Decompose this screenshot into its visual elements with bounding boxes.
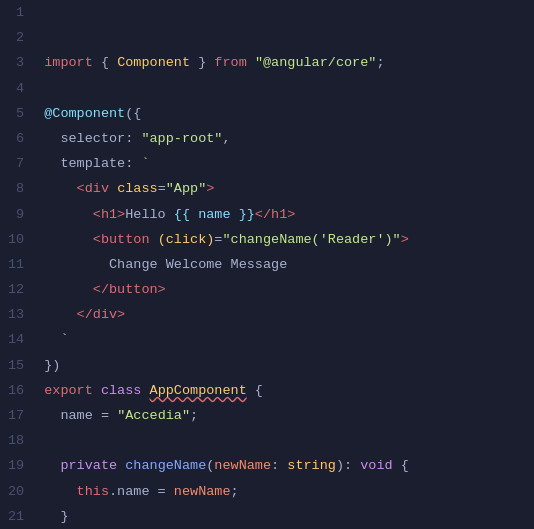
token-plain <box>247 50 255 75</box>
token-plain: : <box>125 126 141 151</box>
token-kw-purple: void <box>360 453 392 478</box>
line-number: 10 <box>8 227 24 252</box>
token-plain: ): <box>336 453 360 478</box>
token-plain: .name = <box>109 479 174 504</box>
token-kw-import: from <box>214 50 246 75</box>
token-html-val: "App" <box>166 176 207 201</box>
line-number: 16 <box>8 378 24 403</box>
line-number: 2 <box>8 25 24 50</box>
line-number: 3 <box>8 50 24 75</box>
code-line: name = "Accedia"; <box>44 403 526 428</box>
token-plain <box>109 176 117 201</box>
line-number: 15 <box>8 353 24 378</box>
token-plain <box>93 378 101 403</box>
code-line: <h1>Hello {{ name }}</h1> <box>44 202 526 227</box>
line-number: 18 <box>8 428 24 453</box>
token-string: ` <box>60 327 68 352</box>
token-this-kw: this <box>77 479 109 504</box>
token-plain: = <box>93 403 117 428</box>
line-number: 21 <box>8 504 24 529</box>
code-line: selector: "app-root", <box>44 126 526 151</box>
token-decorator: @Component <box>44 101 125 126</box>
token-plain: ; <box>231 479 239 504</box>
code-line: <div class="App"> <box>44 176 526 201</box>
token-html-attr: (click) <box>158 227 215 252</box>
token-plain: , <box>222 126 230 151</box>
token-plain: } <box>44 504 68 529</box>
token-html-tag: </h1> <box>255 202 296 227</box>
code-content: import { Component } from "@angular/core… <box>36 0 534 529</box>
token-html-tag: <button <box>93 227 150 252</box>
line-number: 11 <box>8 252 24 277</box>
token-html-tag: > <box>206 176 214 201</box>
token-plain: = <box>214 227 222 252</box>
token-component-name: Component <box>117 50 190 75</box>
code-line: export class AppComponent { <box>44 378 526 403</box>
line-number: 12 <box>8 277 24 302</box>
line-number: 19 <box>8 453 24 478</box>
token-plain <box>141 378 149 403</box>
token-plain <box>44 479 76 504</box>
line-number: 1 <box>8 0 24 25</box>
token-plain: { <box>93 50 117 75</box>
token-plain: name <box>44 403 93 428</box>
token-plain <box>44 202 93 227</box>
token-type: string <box>287 453 336 478</box>
token-string: "@angular/core" <box>255 50 377 75</box>
line-number: 6 <box>8 126 24 151</box>
token-plain: ; <box>376 50 384 75</box>
line-number: 17 <box>8 403 24 428</box>
token-plain: Change Welcome Message <box>44 252 287 277</box>
token-html-tag: > <box>401 227 409 252</box>
line-number: 7 <box>8 151 24 176</box>
token-plain <box>44 176 76 201</box>
code-line <box>44 76 526 101</box>
token-string: "app-root" <box>141 126 222 151</box>
line-number: 8 <box>8 176 24 201</box>
line-number: 20 <box>8 479 24 504</box>
token-kw-purple: class <box>101 378 142 403</box>
token-kw-import: import <box>44 50 93 75</box>
code-editor: 123456789101112131415161718192021 import… <box>0 0 534 529</box>
code-line: </div> <box>44 302 526 327</box>
token-kw-import: export <box>44 378 93 403</box>
token-plain <box>44 227 93 252</box>
token-plain <box>44 302 76 327</box>
token-method: changeName <box>125 453 206 478</box>
code-line: @Component({ <box>44 101 526 126</box>
token-plain: { <box>393 453 409 478</box>
token-html-tag: <h1> <box>93 202 125 227</box>
line-numbers: 123456789101112131415161718192021 <box>0 0 36 529</box>
token-string: "Accedia" <box>117 403 190 428</box>
code-line <box>44 428 526 453</box>
line-number: 5 <box>8 101 24 126</box>
token-interpolate: {{ name }} <box>174 202 255 227</box>
code-line: }) <box>44 353 526 378</box>
token-param: newName <box>174 479 231 504</box>
code-line: this.name = newName; <box>44 479 526 504</box>
token-plain <box>150 227 158 252</box>
token-html-attr: class <box>117 176 158 201</box>
code-line: template: ` <box>44 151 526 176</box>
token-plain: ( <box>206 453 214 478</box>
token-html-tag: </div> <box>77 302 126 327</box>
token-plain: : <box>271 453 287 478</box>
token-plain: }) <box>44 353 60 378</box>
token-plain <box>44 453 60 478</box>
token-plain: template <box>44 151 125 176</box>
line-number: 14 <box>8 327 24 352</box>
token-plain <box>44 327 60 352</box>
token-string: ` <box>141 151 149 176</box>
line-number: 13 <box>8 302 24 327</box>
token-plain: Hello <box>125 202 174 227</box>
token-plain: ; <box>190 403 198 428</box>
code-line: private changeName(newName: string): voi… <box>44 453 526 478</box>
token-plain: } <box>190 50 214 75</box>
code-line: } <box>44 504 526 529</box>
code-line: </button> <box>44 277 526 302</box>
token-html-val: "changeName('Reader')" <box>222 227 400 252</box>
token-plain <box>117 453 125 478</box>
token-plain <box>44 277 93 302</box>
code-line: import { Component } from "@angular/core… <box>44 50 526 75</box>
code-line: ` <box>44 327 526 352</box>
